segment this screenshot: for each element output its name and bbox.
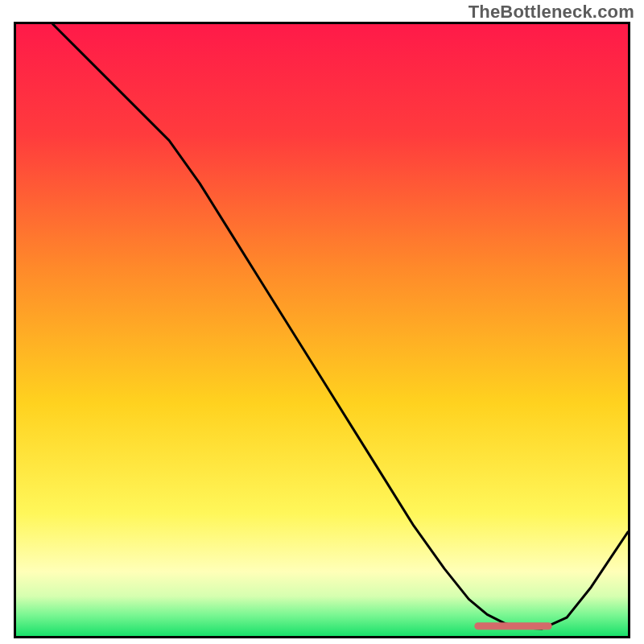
plot-svg	[16, 24, 628, 636]
chart-stage: TheBottleneck.com	[0, 0, 644, 644]
plot-area	[14, 22, 630, 638]
watermark-text: TheBottleneck.com	[469, 2, 634, 23]
gradient-background	[16, 24, 628, 636]
